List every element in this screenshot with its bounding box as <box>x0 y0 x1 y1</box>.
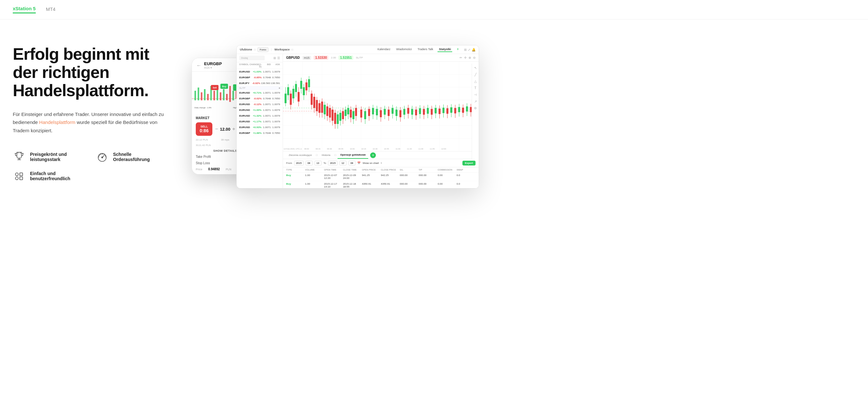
svg-point-6 <box>15 177 18 180</box>
mobile-pnl3: 3111.42 PLN <box>196 144 211 147</box>
svg-rect-73 <box>303 87 305 95</box>
speedometer-icon <box>96 150 108 163</box>
share-icon[interactable]: ↗ <box>474 100 477 103</box>
watchlist-search[interactable]: Dodaj <box>239 56 265 60</box>
crosshair-icon[interactable]: ✛ <box>464 56 467 59</box>
mobile-pair: EURGBP <box>204 61 222 66</box>
watchlist-row[interactable]: EURUSD -0.12% 1.0071 1.0079 <box>237 101 283 107</box>
svg-rect-170 <box>466 106 468 112</box>
grid-icon[interactable]: ⊞ <box>273 56 276 60</box>
dt-tabs: Kalendarz Wiadomości Traders Talk Statys… <box>376 47 459 52</box>
watchlist-row[interactable]: EURGBP -0.02% 0.7648 0.7650 <box>237 96 283 101</box>
stop-loss-label: Stop Loss <box>196 161 210 165</box>
list-icon[interactable]: ☰ <box>277 56 280 60</box>
svg-rect-158 <box>443 108 444 113</box>
chart-panel: GBPUSD m15 1.51530 2.00 1.51551 SL/TP ✏ … <box>283 54 479 188</box>
from-year-input[interactable] <box>294 161 304 166</box>
tab-cash-operations[interactable]: Operacje gotówkowe <box>338 151 368 159</box>
svg-rect-81 <box>313 97 315 108</box>
svg-rect-124 <box>376 109 378 115</box>
show-on-chart-arrow[interactable]: ▾ <box>381 162 382 165</box>
svg-rect-91 <box>327 106 328 116</box>
svg-rect-23 <box>232 91 234 100</box>
filter-row: From To 📅 Show on chart ▾ Export <box>283 159 479 167</box>
svg-rect-128 <box>384 109 386 115</box>
watchlist-row[interactable]: EURGBP -0.85% 0.7648 0.7650 <box>237 75 283 81</box>
calendar-icon-from[interactable]: 📅 <box>358 162 361 165</box>
tab-calendar[interactable]: Kalendarz <box>376 47 392 52</box>
svg-rect-111 <box>352 111 354 119</box>
table-row[interactable]: Buy 1.00 2015-12-17 14:10 2015-12-18 18:… <box>283 181 479 188</box>
watchlist-row[interactable]: EURJPY -0.02% 136.583 136.591 <box>237 81 283 86</box>
watchlist-row[interactable]: EURUSD +1.00% 1.0071 1.0079 <box>237 107 283 113</box>
zoom-in-icon[interactable]: ⊕ <box>468 56 471 59</box>
svg-rect-75 <box>305 82 307 90</box>
svg-rect-89 <box>324 105 326 114</box>
svg-rect-65 <box>292 89 294 98</box>
svg-text:10:30: 10:30 <box>373 148 378 150</box>
to-year-input[interactable] <box>328 161 338 166</box>
svg-rect-132 <box>392 108 394 114</box>
nav-xstation5[interactable]: xStation 5 <box>13 6 36 13</box>
svg-rect-152 <box>431 109 433 115</box>
from-month-input[interactable] <box>306 161 313 166</box>
mobile-plus-button[interactable]: + <box>232 126 235 132</box>
zoom-out-icon[interactable]: ⊖ <box>473 56 475 59</box>
desktop-mockup: Ulubione □ Forex | Workspace □ Kalendarz… <box>236 45 479 188</box>
tab-add-icon[interactable]: + <box>457 47 459 52</box>
feature-simple: Einfach und benutzerfreundlich <box>13 170 83 182</box>
pencil-icon[interactable]: ✏ <box>460 56 462 59</box>
svg-rect-11 <box>194 91 196 100</box>
ruler-icon[interactable]: ⊣ <box>474 93 477 96</box>
feature-speed: Schnelle Orderausführung <box>96 150 166 163</box>
nav-mt4[interactable]: MT4 <box>46 6 56 13</box>
watchlist-label: Ulubione <box>240 48 252 51</box>
svg-rect-87 <box>321 101 323 113</box>
tab-news[interactable]: Wiadomości <box>395 47 413 52</box>
watchlist-row[interactable]: EURGBP +1.88% 0.7648 0.7650 <box>237 130 283 136</box>
to-day-input[interactable] <box>348 161 355 166</box>
tab-traders-talk[interactable]: Traders Talk <box>416 47 434 52</box>
from-day-input[interactable] <box>315 161 321 166</box>
tab-pending-orders[interactable]: Zlecenia oczekujące <box>286 152 314 158</box>
settings-icon[interactable]: ⚙ <box>474 106 477 110</box>
watchlist-row[interactable]: EURUSD +1.32% 1.0071 1.0079 <box>237 113 283 119</box>
desktop-content: Dodaj ⊞ ☰ SYMBOL CHANGE(1-D) BID ASK <box>237 54 479 188</box>
svg-rect-134 <box>395 110 397 116</box>
watchlist-row[interactable]: EURUSD +0.93% 1.0071 1.0079 <box>237 124 283 130</box>
shape-icon[interactable]: △ <box>474 80 477 83</box>
mobile-back-icon[interactable]: ← <box>196 63 202 68</box>
mobile-minus-button[interactable]: − <box>215 126 218 132</box>
forex-dropdown[interactable]: Forex <box>257 47 268 52</box>
table-header: TYPE VOLUME OPEN TIME CLOSE TIME OPEN PR… <box>283 167 479 173</box>
to-month-input[interactable] <box>339 161 346 166</box>
cursor-icon[interactable]: ↖ <box>474 66 477 70</box>
chart-bid: 1.51530 <box>314 56 328 60</box>
mobile-sell-button[interactable]: SELL 0:86 <box>196 122 212 136</box>
main-layout: Erfolg beginnt mit der richtigen Handels… <box>0 20 868 366</box>
svg-rect-93 <box>329 108 331 118</box>
mobile-quantity: 12.00 <box>220 127 230 132</box>
add-tab-button[interactable]: + <box>370 152 376 158</box>
notifications-icon: 🔔 <box>472 48 475 52</box>
watchlist-row[interactable]: EURUSD +1.03% 1.0071 1.0079 <box>237 69 283 75</box>
trophy-icon <box>13 150 26 163</box>
svg-text:09:00: 09:00 <box>304 148 309 150</box>
table-row[interactable]: Buy 1.00 2015-12-07 12:20 2015-12-09 24:… <box>283 173 479 181</box>
feature-simple-label: Einfach und benutzerfreundlich <box>30 171 83 181</box>
svg-rect-142 <box>411 109 413 115</box>
svg-rect-12 <box>198 88 199 100</box>
line-tool-icon[interactable]: ╱ <box>474 73 476 76</box>
svg-rect-138 <box>403 109 405 115</box>
watchlist-sl-tp-row: SL/TP ■ <box>237 86 283 90</box>
expand-icon: ⤢ <box>468 48 470 52</box>
export-button[interactable]: Export <box>462 161 475 166</box>
svg-rect-59 <box>284 94 286 103</box>
watchlist-row[interactable]: EURUSD +0.71% 1.0071 1.0079 <box>237 90 283 96</box>
watchlist-row[interactable]: EURUSD +1.17% 1.0071 1.0079 <box>237 119 283 124</box>
chart-timeframe[interactable]: m15 <box>303 56 311 60</box>
tab-history[interactable]: Historia <box>319 152 333 158</box>
text-icon[interactable]: T <box>474 86 476 90</box>
svg-text:Buy: Buy <box>222 85 226 88</box>
tab-statistics[interactable]: Statystki <box>437 47 452 52</box>
